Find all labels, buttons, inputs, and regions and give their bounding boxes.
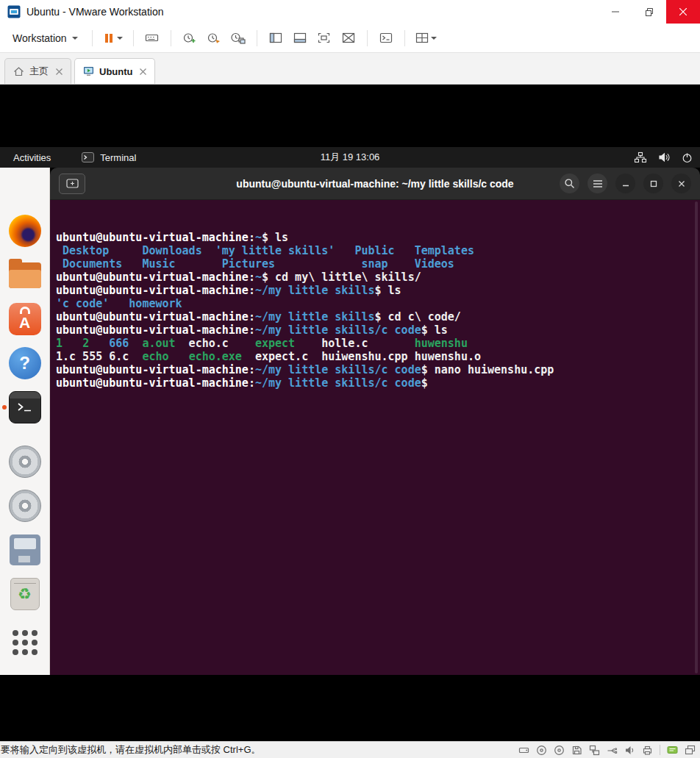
terminal-text: ~ xyxy=(255,271,262,284)
search-button[interactable] xyxy=(560,174,579,193)
workstation-menu-button[interactable]: Workstation xyxy=(6,29,85,48)
dock-item-ubuntu-software[interactable]: A xyxy=(0,297,50,341)
snapshot-manager-button[interactable] xyxy=(227,27,249,49)
terminal-scrollbar[interactable] xyxy=(695,201,698,673)
floppy-icon[interactable] xyxy=(571,745,582,756)
terminal-text: echo.exe xyxy=(189,350,242,363)
tab-ubuntu-close-button[interactable] xyxy=(140,68,146,75)
dock-item-firefox[interactable] xyxy=(0,209,50,253)
terminal-line: Documents Music Pictures snap Videos xyxy=(56,257,700,271)
terminal-text: ubuntu@ubuntu-virtual-machine xyxy=(56,284,249,297)
close-button[interactable] xyxy=(666,0,700,24)
library-panel-button[interactable] xyxy=(265,27,287,49)
message-icon[interactable] xyxy=(667,745,678,756)
tab-home-close-button[interactable] xyxy=(56,68,63,75)
terminal-text: expect.c huiwenshu.cpp huwenshu.o xyxy=(242,350,481,363)
search-icon xyxy=(564,178,575,189)
terminal-headerbar[interactable]: ubuntu@ubuntu-virtual-machine: ~/my litt… xyxy=(50,168,700,200)
toolbar-separator xyxy=(133,30,134,46)
thumbnail-bar-button[interactable] xyxy=(289,27,311,49)
sound-icon[interactable] xyxy=(624,745,635,756)
toolbar-separator xyxy=(171,30,171,46)
hamburger-icon xyxy=(593,179,603,188)
dock-item-files[interactable] xyxy=(0,253,50,297)
terminal-text: 666 xyxy=(109,337,129,350)
terminal-app-icon xyxy=(82,152,94,162)
network-icon[interactable] xyxy=(589,745,600,756)
minimize-icon xyxy=(621,179,630,188)
fullscreen-icon xyxy=(318,32,330,43)
terminal-text: ~ xyxy=(255,231,262,244)
software-letter: A xyxy=(19,314,30,332)
hdd-icon[interactable] xyxy=(518,745,529,756)
bag-handle xyxy=(20,307,30,314)
terminal-line: ubuntu@ubuntu-virtual-machine:~/my littl… xyxy=(56,376,700,390)
dock-item-terminal[interactable] xyxy=(0,385,50,429)
terminal-text: $ ls xyxy=(375,284,401,297)
dock-item-app-grid[interactable] xyxy=(0,621,50,665)
minimize-icon xyxy=(612,8,619,15)
printer-icon[interactable] xyxy=(642,745,653,756)
ctrl-alt-del-icon xyxy=(145,32,160,44)
trash-icon: ♻ xyxy=(10,578,40,610)
cdrom-icon[interactable] xyxy=(536,745,547,756)
ubuntu-desktop: A ? ♻ xyxy=(0,168,700,675)
unity-button[interactable] xyxy=(338,27,360,49)
home-icon xyxy=(13,66,24,76)
device-status-icons xyxy=(518,745,700,756)
ctrl-alt-del-button[interactable] xyxy=(141,27,163,49)
tab-home[interactable]: 主页 xyxy=(4,58,71,84)
vmware-toolbar: Workstation xyxy=(0,24,700,53)
terminal-line: ubuntu@ubuntu-virtual-machine:~$ cd my\ … xyxy=(56,271,700,284)
system-status-area[interactable] xyxy=(634,147,693,168)
terminal-close-button[interactable] xyxy=(671,174,691,193)
restore-button[interactable] xyxy=(632,0,666,24)
vmware-statusbar: 要将输入定向到该虚拟机，请在虚拟机内部单击或按 Ctrl+G。 xyxy=(0,741,700,758)
tree-icon xyxy=(634,151,647,163)
vm-screen-icon xyxy=(83,66,94,76)
fullscreen-button[interactable] xyxy=(313,27,335,49)
files-icon xyxy=(9,262,41,288)
vm-display[interactable]: Activities Terminal 11月 19 13:06 A xyxy=(0,85,700,741)
usb-icon[interactable] xyxy=(607,745,618,756)
new-tab-button[interactable] xyxy=(59,174,85,194)
help-glyph: ? xyxy=(19,353,30,373)
power-pause-button[interactable] xyxy=(100,27,126,49)
terminal-line: ubuntu@ubuntu-virtual-machine:~/my littl… xyxy=(56,310,700,323)
terminal-text: ubuntu@ubuntu-virtual-machine xyxy=(56,323,249,337)
volume-icon xyxy=(658,152,671,162)
menu-button[interactable] xyxy=(588,174,607,193)
snapshot-revert-button[interactable] xyxy=(203,27,225,49)
terminal-text: $ nano huiwenshu.cpp xyxy=(421,363,554,376)
terminal-text xyxy=(169,350,189,363)
terminal-body[interactable]: ubuntu@ubuntu-virtual-machine:~$ ls Desk… xyxy=(50,200,700,675)
terminal-text: : xyxy=(249,323,255,337)
pause-icon xyxy=(103,32,115,44)
restore-screen-icon[interactable] xyxy=(685,745,696,756)
disc-icon xyxy=(9,446,41,478)
capture-button[interactable] xyxy=(413,27,440,49)
dock-item-floppy-drive[interactable] xyxy=(0,528,50,572)
cdrom2-icon[interactable] xyxy=(554,745,565,756)
tab-ubuntu[interactable]: Ubuntu xyxy=(74,58,155,84)
dock-item-trash[interactable]: ♻ xyxy=(0,572,50,616)
activities-button[interactable]: Activities xyxy=(9,152,55,163)
status-separator xyxy=(660,745,660,755)
dock-item-optical-disc-1[interactable] xyxy=(0,440,50,484)
app-menu-button[interactable]: Terminal xyxy=(77,152,140,163)
restore-icon xyxy=(646,8,654,16)
dock-item-help[interactable]: ? xyxy=(0,341,50,385)
terminal-maximize-button[interactable] xyxy=(643,174,663,193)
vmware-titlebar: Ubuntu - VMware Workstation xyxy=(0,0,700,24)
tab-ubuntu-label: Ubuntu xyxy=(99,66,132,77)
console-view-button[interactable] xyxy=(375,27,397,49)
terminal-glyph-icon xyxy=(15,400,35,415)
terminal-line: 'c code' homework xyxy=(56,297,700,310)
terminal-line: ubuntu@ubuntu-virtual-machine:~/my littl… xyxy=(56,323,700,337)
dock-item-optical-disc-2[interactable] xyxy=(0,484,50,528)
snapshot-take-button[interactable] xyxy=(179,27,201,49)
terminal-minimize-button[interactable] xyxy=(615,174,635,193)
minimize-button[interactable] xyxy=(599,0,632,24)
terminal-text: : xyxy=(249,376,255,390)
terminal-line: ubuntu@ubuntu-virtual-machine:~/my littl… xyxy=(56,284,700,297)
